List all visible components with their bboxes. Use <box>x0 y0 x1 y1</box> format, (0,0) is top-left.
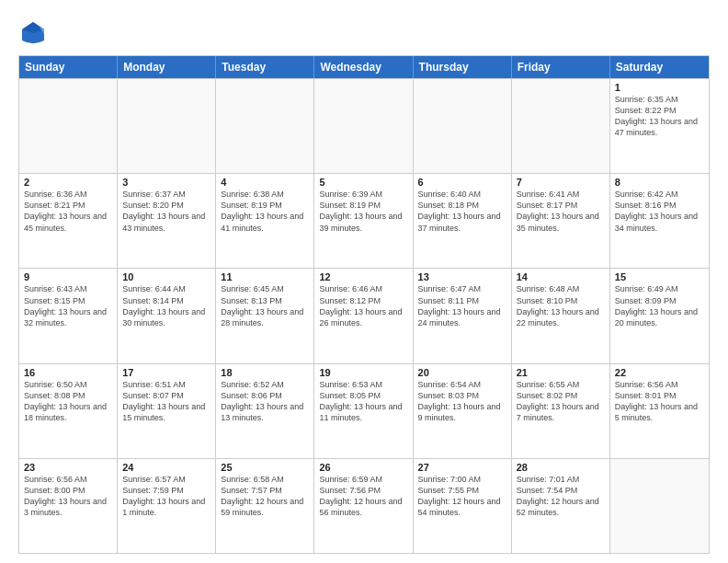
day-cell-15: 15Sunrise: 6:49 AMSunset: 8:09 PMDayligh… <box>610 269 709 362</box>
day-number: 10 <box>122 271 210 282</box>
day-cell-1: 1Sunrise: 6:35 AMSunset: 8:22 PMDaylight… <box>610 79 709 173</box>
day-number: 4 <box>221 177 309 188</box>
day-info: Sunrise: 6:37 AMSunset: 8:20 PMDaylight:… <box>122 189 210 234</box>
day-info: Sunrise: 6:35 AMSunset: 8:22 PMDaylight:… <box>615 94 704 139</box>
day-info: Sunrise: 6:57 AMSunset: 7:59 PMDaylight:… <box>122 474 210 519</box>
day-info: Sunrise: 6:49 AMSunset: 8:09 PMDaylight:… <box>615 283 704 328</box>
day-cell-21: 21Sunrise: 6:55 AMSunset: 8:02 PMDayligh… <box>512 364 610 458</box>
day-cell-20: 20Sunrise: 6:54 AMSunset: 8:03 PMDayligh… <box>414 364 512 458</box>
day-info: Sunrise: 6:45 AMSunset: 8:13 PMDaylight:… <box>221 283 309 328</box>
day-cell-22: 22Sunrise: 6:56 AMSunset: 8:01 PMDayligh… <box>610 364 709 458</box>
page: SundayMondayTuesdayWednesdayThursdayFrid… <box>0 0 728 563</box>
header <box>18 15 710 48</box>
day-info: Sunrise: 6:59 AMSunset: 7:56 PMDaylight:… <box>319 474 407 519</box>
day-number: 16 <box>24 367 112 378</box>
calendar: SundayMondayTuesdayWednesdayThursdayFrid… <box>18 55 710 554</box>
day-number: 1 <box>615 82 704 93</box>
day-cell-4: 4Sunrise: 6:38 AMSunset: 8:19 PMDaylight… <box>216 174 314 268</box>
day-info: Sunrise: 6:36 AMSunset: 8:21 PMDaylight:… <box>24 189 112 234</box>
empty-cell <box>118 79 216 173</box>
week-row-1: 2Sunrise: 6:36 AMSunset: 8:21 PMDaylight… <box>19 173 709 268</box>
day-info: Sunrise: 7:00 AMSunset: 7:55 PMDaylight:… <box>418 474 506 519</box>
day-info: Sunrise: 6:46 AMSunset: 8:12 PMDaylight:… <box>319 283 407 328</box>
day-info: Sunrise: 6:43 AMSunset: 8:15 PMDaylight:… <box>24 283 112 328</box>
day-cell-3: 3Sunrise: 6:37 AMSunset: 8:20 PMDaylight… <box>118 174 216 268</box>
day-info: Sunrise: 6:47 AMSunset: 8:11 PMDaylight:… <box>418 283 506 328</box>
day-number: 7 <box>517 177 605 188</box>
day-cell-10: 10Sunrise: 6:44 AMSunset: 8:14 PMDayligh… <box>118 269 216 362</box>
day-number: 18 <box>221 367 309 378</box>
calendar-header: SundayMondayTuesdayWednesdayThursdayFrid… <box>19 56 709 78</box>
day-info: Sunrise: 6:55 AMSunset: 8:02 PMDaylight:… <box>517 379 605 424</box>
day-number: 8 <box>615 177 704 188</box>
day-cell-9: 9Sunrise: 6:43 AMSunset: 8:15 PMDaylight… <box>19 269 118 362</box>
day-info: Sunrise: 6:38 AMSunset: 8:19 PMDaylight:… <box>221 189 309 234</box>
header-day-saturday: Saturday <box>610 56 709 78</box>
day-info: Sunrise: 6:56 AMSunset: 8:00 PMDaylight:… <box>24 474 112 519</box>
empty-cell <box>414 79 512 173</box>
day-cell-16: 16Sunrise: 6:50 AMSunset: 8:08 PMDayligh… <box>19 364 118 458</box>
day-number: 22 <box>615 367 704 378</box>
day-cell-12: 12Sunrise: 6:46 AMSunset: 8:12 PMDayligh… <box>314 269 413 362</box>
day-info: Sunrise: 6:48 AMSunset: 8:10 PMDaylight:… <box>517 283 605 328</box>
day-number: 17 <box>122 367 210 378</box>
empty-cell <box>216 79 314 173</box>
empty-cell <box>314 79 413 173</box>
day-cell-19: 19Sunrise: 6:53 AMSunset: 8:05 PMDayligh… <box>314 364 413 458</box>
day-info: Sunrise: 6:44 AMSunset: 8:14 PMDaylight:… <box>122 283 210 328</box>
header-day-thursday: Thursday <box>414 56 512 78</box>
header-day-wednesday: Wednesday <box>314 56 413 78</box>
day-info: Sunrise: 6:40 AMSunset: 8:18 PMDaylight:… <box>418 189 506 234</box>
day-number: 27 <box>418 462 506 473</box>
day-number: 9 <box>24 271 112 282</box>
week-row-4: 23Sunrise: 6:56 AMSunset: 8:00 PMDayligh… <box>19 458 709 553</box>
header-day-tuesday: Tuesday <box>216 56 314 78</box>
day-number: 20 <box>418 367 506 378</box>
day-cell-6: 6Sunrise: 6:40 AMSunset: 8:18 PMDaylight… <box>414 174 512 268</box>
day-number: 28 <box>517 462 605 473</box>
day-number: 3 <box>122 177 210 188</box>
header-day-sunday: Sunday <box>19 56 118 78</box>
day-info: Sunrise: 6:50 AMSunset: 8:08 PMDaylight:… <box>24 379 112 424</box>
day-info: Sunrise: 6:52 AMSunset: 8:06 PMDaylight:… <box>221 379 309 424</box>
day-cell-18: 18Sunrise: 6:52 AMSunset: 8:06 PMDayligh… <box>216 364 314 458</box>
header-day-monday: Monday <box>118 56 216 78</box>
day-cell-2: 2Sunrise: 6:36 AMSunset: 8:21 PMDaylight… <box>19 174 118 268</box>
day-info: Sunrise: 6:56 AMSunset: 8:01 PMDaylight:… <box>615 379 704 424</box>
day-info: Sunrise: 6:42 AMSunset: 8:16 PMDaylight:… <box>615 189 704 234</box>
day-number: 23 <box>24 462 112 473</box>
day-cell-14: 14Sunrise: 6:48 AMSunset: 8:10 PMDayligh… <box>512 269 610 362</box>
day-info: Sunrise: 6:53 AMSunset: 8:05 PMDaylight:… <box>319 379 407 424</box>
day-number: 21 <box>517 367 605 378</box>
day-cell-25: 25Sunrise: 6:58 AMSunset: 7:57 PMDayligh… <box>216 459 314 553</box>
empty-cell <box>19 79 118 173</box>
day-number: 13 <box>418 271 506 282</box>
day-number: 15 <box>615 271 704 282</box>
day-number: 2 <box>24 177 112 188</box>
day-cell-24: 24Sunrise: 6:57 AMSunset: 7:59 PMDayligh… <box>118 459 216 553</box>
day-number: 24 <box>122 462 210 473</box>
day-number: 12 <box>319 271 407 282</box>
day-cell-5: 5Sunrise: 6:39 AMSunset: 8:19 PMDaylight… <box>314 174 413 268</box>
day-cell-17: 17Sunrise: 6:51 AMSunset: 8:07 PMDayligh… <box>118 364 216 458</box>
header-day-friday: Friday <box>512 56 610 78</box>
empty-cell <box>610 459 709 553</box>
week-row-2: 9Sunrise: 6:43 AMSunset: 8:15 PMDaylight… <box>19 268 709 362</box>
logo-icon <box>18 18 48 48</box>
day-info: Sunrise: 6:54 AMSunset: 8:03 PMDaylight:… <box>418 379 506 424</box>
day-number: 26 <box>319 462 407 473</box>
day-cell-28: 28Sunrise: 7:01 AMSunset: 7:54 PMDayligh… <box>512 459 610 553</box>
day-number: 5 <box>319 177 407 188</box>
day-number: 11 <box>221 271 309 282</box>
day-info: Sunrise: 6:58 AMSunset: 7:57 PMDaylight:… <box>221 474 309 519</box>
day-cell-7: 7Sunrise: 6:41 AMSunset: 8:17 PMDaylight… <box>512 174 610 268</box>
day-info: Sunrise: 7:01 AMSunset: 7:54 PMDaylight:… <box>517 474 605 519</box>
day-number: 14 <box>517 271 605 282</box>
day-info: Sunrise: 6:39 AMSunset: 8:19 PMDaylight:… <box>319 189 407 234</box>
day-cell-27: 27Sunrise: 7:00 AMSunset: 7:55 PMDayligh… <box>414 459 512 553</box>
week-row-3: 16Sunrise: 6:50 AMSunset: 8:08 PMDayligh… <box>19 363 709 458</box>
day-number: 19 <box>319 367 407 378</box>
calendar-body: 1Sunrise: 6:35 AMSunset: 8:22 PMDaylight… <box>19 78 709 553</box>
day-number: 6 <box>418 177 506 188</box>
day-info: Sunrise: 6:51 AMSunset: 8:07 PMDaylight:… <box>122 379 210 424</box>
